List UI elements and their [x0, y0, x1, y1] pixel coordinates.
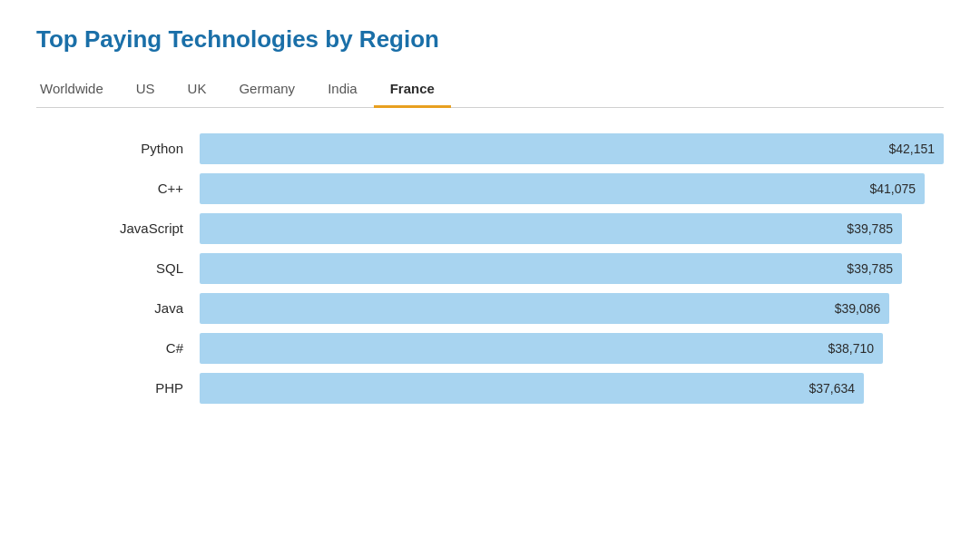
tab-india[interactable]: India	[311, 73, 374, 108]
tab-france[interactable]: France	[374, 73, 451, 108]
tab-uk[interactable]: UK	[172, 73, 223, 108]
bar-fill: $39,785	[200, 253, 902, 284]
bar-value: $42,151	[888, 142, 944, 156]
bar-track: $41,075	[200, 173, 944, 204]
bar-row: JavaScript$39,785	[54, 213, 944, 244]
bar-label: Java	[54, 300, 200, 316]
bar-track: $39,086	[200, 293, 944, 324]
bar-fill: $37,634	[200, 373, 864, 404]
bar-track: $38,710	[200, 333, 944, 364]
bar-track: $37,634	[200, 373, 944, 404]
bar-row: PHP$37,634	[54, 373, 944, 404]
bar-track: $39,785	[200, 213, 944, 244]
bar-label: C#	[54, 340, 200, 356]
bar-row: Python$42,151	[54, 133, 944, 164]
bar-fill: $39,086	[200, 293, 889, 324]
bar-value: $39,785	[847, 261, 902, 276]
bar-label: JavaScript	[54, 220, 200, 236]
bar-fill: $39,785	[200, 213, 902, 244]
bar-row: C#$38,710	[54, 333, 944, 364]
bar-fill: $38,710	[200, 333, 883, 364]
bar-label: PHP	[54, 380, 200, 396]
bar-value: $38,710	[828, 341, 883, 356]
bar-row: SQL$39,785	[54, 253, 944, 284]
bar-row: C++$41,075	[54, 173, 944, 204]
bar-track: $42,151	[200, 133, 944, 164]
page-container: Top Paying Technologies by Region Worldw…	[0, 0, 980, 431]
bar-fill: $42,151	[200, 133, 944, 164]
chart-area: Python$42,151C++$41,075JavaScript$39,785…	[36, 133, 944, 413]
bar-fill: $41,075	[200, 173, 925, 204]
bar-value: $39,785	[847, 221, 902, 236]
tab-worldwide[interactable]: Worldwide	[36, 73, 120, 108]
bar-row: Java$39,086	[54, 293, 944, 324]
region-tabs: WorldwideUSUKGermanyIndiaFrance	[36, 73, 944, 108]
page-title: Top Paying Technologies by Region	[36, 25, 944, 54]
bar-track: $39,785	[200, 253, 944, 284]
bar-value: $41,075	[869, 181, 925, 196]
bar-label: Python	[54, 141, 200, 156]
bar-value: $37,634	[809, 381, 865, 396]
bar-label: C++	[54, 181, 200, 196]
bar-value: $39,086	[835, 301, 890, 316]
tab-germany[interactable]: Germany	[222, 73, 311, 108]
tab-us[interactable]: US	[120, 73, 172, 108]
bar-label: SQL	[54, 260, 200, 276]
